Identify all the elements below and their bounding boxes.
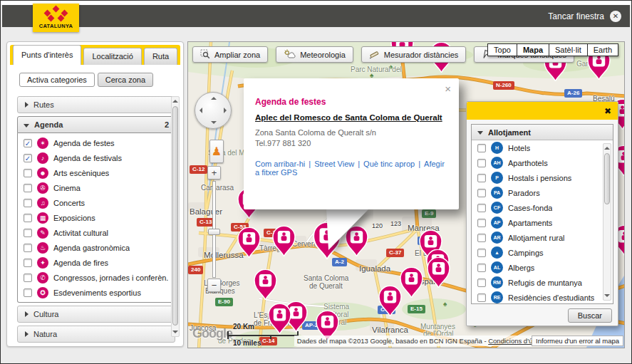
popup-title-link[interactable]: Aplec del Romesco de Santa Coloma de Que… xyxy=(255,113,447,122)
map-label: Vilafranca xyxy=(372,326,408,334)
accommodation-panel: ✖ Allotjament HHotelsAHAparthotelsPHosta… xyxy=(466,101,618,326)
category-checkbox[interactable] xyxy=(477,279,486,287)
category-checkbox[interactable] xyxy=(24,199,32,207)
category-checkbox[interactable] xyxy=(24,184,32,192)
zoom-out-button[interactable]: − xyxy=(207,279,221,292)
category-checkbox[interactable] xyxy=(24,229,32,237)
com-arribar-hi-link[interactable]: Com arribar-hi xyxy=(255,160,305,168)
scroll-down-icon[interactable] xyxy=(172,328,179,336)
category-checkbox[interactable] xyxy=(477,264,486,272)
map-pin[interactable] xyxy=(378,286,402,319)
category-row: ✦Agenda de fires xyxy=(18,255,175,270)
scroll-up-icon[interactable] xyxy=(172,97,179,105)
category-checkbox[interactable] xyxy=(24,244,32,252)
category-row: PHostals i pensions xyxy=(472,170,613,185)
category-checkbox[interactable]: ✓ xyxy=(24,154,32,162)
category-checkbox[interactable] xyxy=(477,249,486,257)
panel-scrollbar[interactable] xyxy=(603,143,611,301)
category-row: ▲Càmpings xyxy=(472,245,613,260)
accordion-natura[interactable]: Natura xyxy=(17,326,175,343)
view-topo-button[interactable]: Topo xyxy=(487,43,517,56)
category-checkbox[interactable] xyxy=(24,169,32,177)
category-checkbox[interactable] xyxy=(477,219,486,227)
pegman-icon[interactable]: ♟ xyxy=(209,140,224,163)
map-pin[interactable] xyxy=(254,269,277,303)
sidebar-scrollbar[interactable] xyxy=(171,96,180,337)
logo-text: CATALUNYA xyxy=(33,23,79,29)
pan-down-icon[interactable] xyxy=(211,121,217,124)
category-checkbox[interactable] xyxy=(477,293,486,302)
scroll-up-icon[interactable] xyxy=(603,144,611,152)
popup-close-icon[interactable]: × xyxy=(445,84,451,94)
tab-ruta[interactable]: Ruta xyxy=(144,48,177,65)
mesurador-dista-ncies-button[interactable]: Mesurador distàncies xyxy=(361,46,467,63)
category-label: Activitat cultural xyxy=(53,229,108,237)
accordion-agenda[interactable]: Agenda2 xyxy=(17,116,175,133)
accordion-allotjament[interactable]: Allotjament xyxy=(472,125,613,140)
map-view-switcher: TopoMapaSatèl·litEarth xyxy=(487,43,618,56)
category-checkbox[interactable] xyxy=(477,234,486,242)
scroll-down-icon[interactable] xyxy=(603,291,611,300)
close-window-button[interactable]: Tancar finestra ✕ xyxy=(548,11,621,22)
tab-punts-d-intere-s[interactable]: Punts d'interès xyxy=(13,45,81,65)
scrollbar-thumb[interactable] xyxy=(604,153,610,204)
chevron-right-icon xyxy=(25,311,29,317)
activa-categories-button[interactable]: Activa categories xyxy=(19,73,95,87)
accordion-label: Cultura xyxy=(33,310,58,318)
accordion-cultura[interactable]: Cultura xyxy=(17,306,175,323)
map-label: Camarasa xyxy=(201,184,234,192)
report-error-link[interactable]: Informeu d'un error al mapa xyxy=(532,336,623,346)
category-checkbox[interactable] xyxy=(24,274,32,282)
map-canvas[interactable]: Parc Natural delGarrotxaRipollBesalúSerr… xyxy=(187,41,625,348)
close-icon[interactable]: ✕ xyxy=(610,11,621,22)
tab-localitzacio[interactable]: Localització xyxy=(83,48,141,65)
popup-address: Zona Santa Coloma de Queralt s/n Tel.977… xyxy=(255,128,447,149)
panel-close-icon[interactable]: ✖ xyxy=(604,107,611,115)
zoom-in-button[interactable]: + xyxy=(207,166,221,180)
category-label: Agenda de festivals xyxy=(53,154,122,162)
category-checkbox[interactable] xyxy=(477,159,486,167)
map-pin[interactable] xyxy=(237,227,261,261)
popup-tail xyxy=(322,209,373,253)
chevron-right-icon xyxy=(25,102,29,108)
google-logo: Google xyxy=(192,326,232,341)
map-pin[interactable] xyxy=(427,257,450,291)
view-mapa-button[interactable]: Mapa xyxy=(517,43,549,56)
category-checkbox[interactable] xyxy=(477,204,486,212)
category-checkbox[interactable] xyxy=(24,288,32,297)
category-checkbox[interactable] xyxy=(477,144,486,152)
category-checkbox[interactable] xyxy=(24,214,32,222)
terms-link[interactable]: Condicions d'ús xyxy=(488,337,536,345)
map-pin[interactable] xyxy=(272,226,296,259)
road-badge: A-26 xyxy=(564,89,582,98)
view-sate-l-lit-button[interactable]: Satèl·lit xyxy=(549,43,588,56)
que-tinc-aprop-link[interactable]: Què tinc aprop xyxy=(363,160,415,168)
category-row: ☻Arts escèniques xyxy=(18,165,175,180)
category-row: ✇Cinema xyxy=(18,180,175,195)
zoom-area-icon xyxy=(200,49,210,61)
category-checkbox[interactable]: ✓ xyxy=(24,139,32,147)
cerca-zona-button[interactable]: Cerca zona xyxy=(98,73,153,87)
pan-control[interactable] xyxy=(195,92,232,129)
ampliar-zona-button[interactable]: Ampliar zona xyxy=(192,46,268,63)
scrollbar-thumb[interactable] xyxy=(172,106,178,326)
map-pin[interactable] xyxy=(400,267,423,301)
accordion-rutes[interactable]: Rutes xyxy=(17,96,175,113)
category-checkbox[interactable] xyxy=(477,189,486,197)
meteorologia-button[interactable]: Meteorologia xyxy=(276,46,353,63)
catalunya-logo: CATALUNYA xyxy=(33,4,79,32)
category-row: ✎Activitat cultural xyxy=(18,225,175,240)
popup-links: Com arribar-hi|Street View|Què tinc apro… xyxy=(255,160,447,177)
pan-left-icon[interactable] xyxy=(200,108,202,113)
category-label: Cinema xyxy=(53,184,81,192)
category-checkbox[interactable] xyxy=(24,259,32,267)
street-view-link[interactable]: Street View xyxy=(314,160,354,168)
view-earth-button[interactable]: Earth xyxy=(588,43,618,56)
category-label: Cases-fonda xyxy=(508,204,552,212)
arts-esce-niques-icon: ☻ xyxy=(37,167,48,179)
search-button[interactable]: Buscar xyxy=(568,308,612,323)
pan-right-icon[interactable] xyxy=(224,108,227,113)
zoom-slider-handle[interactable] xyxy=(208,229,220,235)
category-checkbox[interactable] xyxy=(477,174,486,182)
pan-up-icon[interactable] xyxy=(211,97,217,100)
